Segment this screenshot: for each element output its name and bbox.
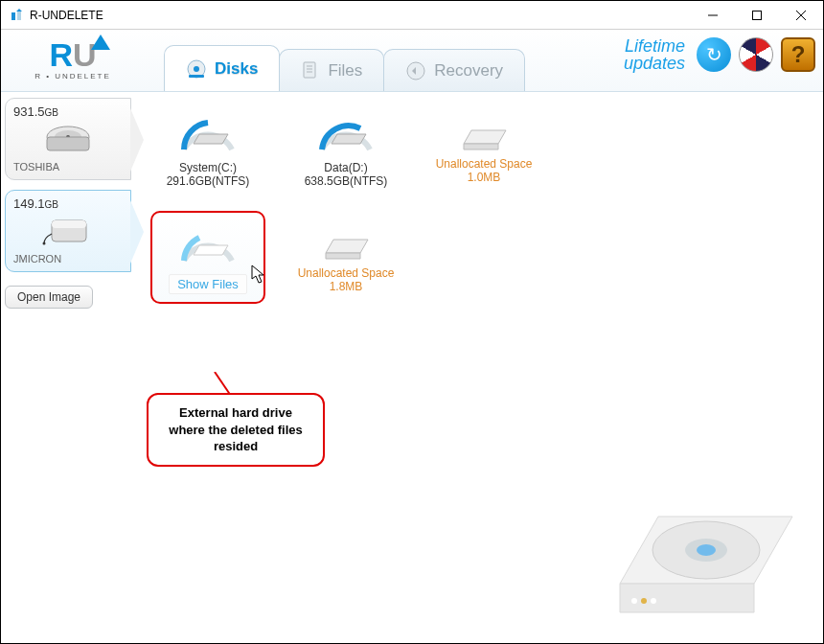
header: RU R • UNDELETE Disks Files Recovery Lif… <box>1 30 823 92</box>
maximize-icon <box>752 11 762 20</box>
volume-system-c[interactable]: System(C:) 291.6GB(NTFS) <box>150 102 265 196</box>
svg-rect-8 <box>304 62 315 78</box>
logo-mark: RU <box>49 40 96 70</box>
drive-size: 931.5GB <box>13 104 123 119</box>
partition-icon <box>320 224 372 263</box>
tab-files[interactable]: Files <box>279 49 384 91</box>
svg-rect-7 <box>189 75 204 78</box>
refresh-icon[interactable]: ↻ <box>697 37 731 72</box>
svg-point-6 <box>194 66 199 72</box>
titlebar: R-UNDELETE <box>1 1 823 30</box>
volume-label: Unallocated Space <box>292 266 400 280</box>
svg-rect-0 <box>17 12 21 20</box>
svg-point-25 <box>641 598 647 604</box>
volume-sublabel: 1.0MB <box>430 171 538 184</box>
svg-point-24 <box>631 598 637 604</box>
tab-label: Disks <box>215 59 258 79</box>
partition-icon <box>458 115 510 153</box>
volume-label: System(C:) <box>154 161 262 174</box>
svg-rect-2 <box>753 11 762 19</box>
usage-arc-icon <box>312 109 379 159</box>
window-title: R-UNDELETE <box>30 9 691 22</box>
maximize-button[interactable] <box>735 1 779 29</box>
open-image-button[interactable]: Open Image <box>5 286 93 309</box>
close-button[interactable] <box>779 1 823 29</box>
svg-point-26 <box>651 598 656 604</box>
svg-point-23 <box>697 544 716 556</box>
volume-jmicron-main[interactable]: Show Files <box>150 211 265 304</box>
drive-card-toshiba[interactable]: 931.5GB TOSHIBA <box>5 98 131 180</box>
volume-unallocated[interactable]: Unallocated Space 1.8MB <box>288 211 403 304</box>
usage-arc-icon <box>174 220 241 270</box>
tab-label: Recovery <box>434 61 503 80</box>
volume-unallocated[interactable]: Unallocated Space 1.0MB <box>426 102 541 196</box>
minimize-icon <box>708 11 718 20</box>
volume-sublabel: 1.8MB <box>292 280 400 293</box>
svg-rect-16 <box>47 137 89 150</box>
tab-disks[interactable]: Disks <box>164 45 280 91</box>
volume-row: Show Files Unallocated Space 1.8MB <box>150 211 808 304</box>
content: 931.5GB TOSHIBA 149.1GB JMICRON Open Ima… <box>1 92 823 643</box>
sidebar: 931.5GB TOSHIBA 149.1GB JMICRON Open Ima… <box>1 92 135 643</box>
hdd-icon <box>13 123 123 157</box>
recovery-icon <box>405 60 426 81</box>
volume-label: Data(D:) <box>292 161 400 174</box>
logo[interactable]: RU R • UNDELETE <box>1 30 145 91</box>
drive-card-jmicron[interactable]: 149.1GB JMICRON <box>5 190 131 272</box>
annotation-callout: External hard drive where the deleted fi… <box>147 393 325 467</box>
minimize-button[interactable] <box>691 1 735 29</box>
app-icon <box>9 8 24 23</box>
files-icon <box>301 60 320 81</box>
help-button[interactable]: ? <box>781 37 815 72</box>
lifetime-line2: updates <box>624 55 685 72</box>
tabs: Disks Files Recovery <box>164 30 524 91</box>
logo-arrow-icon <box>91 34 110 50</box>
volume-label: Unallocated Space <box>430 157 538 171</box>
lifetime-updates-label[interactable]: Lifetime updates <box>624 37 685 72</box>
disk-icon <box>186 58 207 80</box>
usage-arc-icon <box>174 109 241 159</box>
svg-point-19 <box>43 242 46 245</box>
volume-data-d[interactable]: Data(D:) 638.5GB(NTFS) <box>288 102 403 196</box>
lifetime-line1: Lifetime <box>624 37 685 55</box>
close-icon <box>796 11 806 20</box>
volume-row: System(C:) 291.6GB(NTFS) Data(D:) 638.5G… <box>150 102 808 196</box>
tab-label: Files <box>328 61 362 80</box>
show-files-button[interactable]: Show Files <box>169 274 247 294</box>
drive-name: JMICRON <box>13 253 123 264</box>
drive-size: 149.1GB <box>13 196 123 211</box>
language-flag-icon[interactable] <box>739 37 773 72</box>
external-hdd-icon <box>13 215 123 249</box>
svg-rect-18 <box>52 220 86 228</box>
volume-sublabel: 638.5GB(NTFS) <box>292 174 400 188</box>
background-disk-art <box>582 440 812 632</box>
volume-sublabel: 291.6GB(NTFS) <box>154 174 262 188</box>
header-right: Lifetime updates ↻ ? <box>624 37 815 72</box>
tab-recovery[interactable]: Recovery <box>383 49 525 91</box>
drive-name: TOSHIBA <box>13 161 123 172</box>
